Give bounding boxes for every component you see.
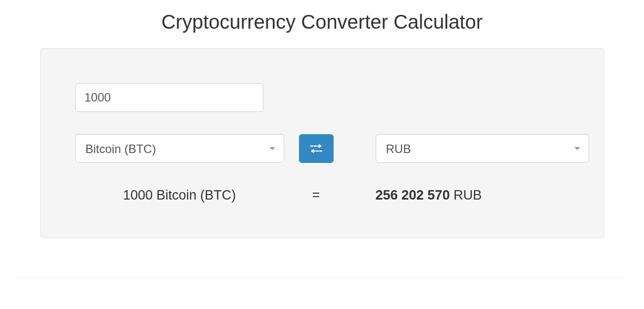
- to-currency-select[interactable]: RUB: [376, 134, 589, 163]
- from-currency-wrap: Bitcoin (BTC): [75, 134, 284, 163]
- amount-row: [75, 83, 569, 112]
- result-to-currency: RUB: [453, 188, 482, 203]
- from-currency-select[interactable]: Bitcoin (BTC): [75, 134, 284, 163]
- converter-panel: Bitcoin (BTC) RUB: [40, 48, 604, 238]
- result-equals: =: [284, 188, 348, 203]
- result-row: 1000 Bitcoin (BTC) = 256 202 570 RUB: [75, 188, 569, 203]
- currency-row: Bitcoin (BTC) RUB: [75, 134, 569, 163]
- result-from-text: 1000 Bitcoin (BTC): [75, 188, 284, 203]
- page-title: Cryptocurrency Converter Calculator: [20, 0, 624, 48]
- to-currency-wrap: RUB: [376, 134, 589, 163]
- swap-button[interactable]: [299, 134, 334, 163]
- result-to-amount: 256 202 570: [376, 188, 450, 203]
- amount-input[interactable]: [75, 83, 263, 112]
- footer-divider: [20, 278, 624, 278]
- result-to: 256 202 570 RUB: [376, 188, 482, 203]
- swap-icon: [309, 143, 324, 154]
